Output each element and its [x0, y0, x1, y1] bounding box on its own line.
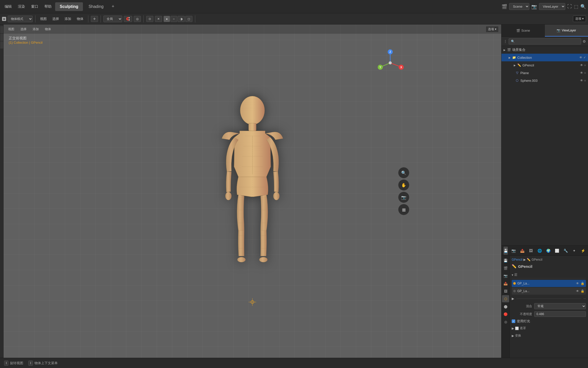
menu-view[interactable]: 视图: [38, 16, 49, 22]
vp-menu-object[interactable]: 物体: [43, 26, 53, 32]
menu-render[interactable]: 渲染: [15, 3, 28, 10]
use-lights-checkbox[interactable]: ✓: [512, 319, 515, 323]
viewport[interactable]: 视图 选择 添加 物体 选项 ▾ 正交前视图 (1) Collection | …: [4, 25, 501, 358]
camera-icon-btn[interactable]: 📷: [398, 192, 409, 203]
side-vis-icon[interactable]: 🔴: [502, 310, 509, 318]
menu-help[interactable]: 帮助: [42, 3, 54, 10]
opacity-value[interactable]: 0.486: [534, 311, 586, 317]
status-key-2: I: [28, 361, 33, 366]
prop-object-icon[interactable]: ⬜: [553, 247, 561, 255]
side-output-icon[interactable]: 📤: [502, 280, 509, 287]
zoom-icon-btn[interactable]: 🔍: [398, 167, 409, 178]
menu-edit[interactable]: 编辑: [2, 3, 14, 10]
layer-item-1[interactable]: GP_La... 👁 🔒: [512, 280, 586, 287]
vp-select-options[interactable]: 选项 ▾: [486, 26, 499, 32]
gpencil-hide-icon[interactable]: ○: [584, 63, 586, 67]
side-anim-icon[interactable]: ◎: [502, 318, 509, 325]
grid-icon-btn[interactable]: ▦: [398, 204, 409, 215]
prop-viewlayer-icon[interactable]: 🖼: [527, 247, 535, 255]
prop-world-icon[interactable]: 🌍: [544, 247, 552, 255]
plane-hide-icon[interactable]: ○: [584, 71, 586, 75]
menu-window[interactable]: 窗口: [29, 3, 41, 10]
tab-scene[interactable]: 🎬 Scene: [501, 25, 545, 37]
layers-section-header[interactable]: ▾ 层: [512, 272, 586, 278]
left-tool-3[interactable]: [0, 41, 3, 49]
side-data-icon[interactable]: ⬡: [502, 295, 509, 302]
side-render-icon[interactable]: 📷: [502, 272, 509, 279]
outliner-filter-icon[interactable]: ⋮: [504, 39, 507, 43]
outliner-content[interactable]: ▶ 🎬 场景集合 ▶ 📁 Collection 👁 ✓ ▶ ✏️: [501, 46, 588, 245]
shading-material-btn[interactable]: ○: [170, 16, 177, 22]
prop-save-icon[interactable]: 💾: [504, 247, 508, 255]
xray-icon[interactable]: ✕: [155, 16, 162, 22]
fullscreen-icon[interactable]: ⛶: [567, 4, 572, 9]
overlay-icon[interactable]: ⊙: [146, 16, 153, 22]
tab-shading[interactable]: Shading: [84, 2, 108, 11]
collection-arrow: ▶: [509, 56, 511, 59]
shading-solid-btn[interactable]: ●: [164, 16, 170, 22]
prop-scene-icon[interactable]: 🌐: [535, 247, 544, 255]
sphere-item[interactable]: ⬡ Sphere.003 👁 ○: [501, 77, 588, 84]
sphere-vis-icon[interactable]: 👁: [580, 79, 583, 82]
snap-magnet-icon[interactable]: 🧲: [124, 16, 132, 22]
vp-menu-add[interactable]: 添加: [31, 26, 41, 32]
breadcrumb-gpencil2: GPencil: [532, 258, 542, 261]
left-tool-2[interactable]: [0, 34, 3, 41]
prop-physics-icon[interactable]: ⚡: [579, 247, 587, 255]
side-viewlayer-icon2[interactable]: 🖼: [502, 288, 509, 295]
viewlayer-selector[interactable]: ViewLayer: [539, 3, 565, 10]
gpencil-restrict-icon[interactable]: 👁: [580, 63, 583, 67]
menu-add[interactable]: 添加: [63, 16, 73, 22]
vp-menu-view[interactable]: 视图: [6, 26, 16, 32]
layer-eye-1[interactable]: 👁: [576, 282, 579, 285]
outliner-settings-icon[interactable]: ⚙: [583, 39, 586, 43]
collection-exclude-icon[interactable]: ✓: [583, 56, 586, 59]
outliner-search-input[interactable]: [509, 38, 581, 44]
left-tool-1[interactable]: [0, 26, 3, 33]
prop-output-icon[interactable]: 📤: [518, 247, 526, 255]
layer-lock-2[interactable]: 🔒: [581, 289, 584, 293]
viewport-options-btn[interactable]: 选项 ▾: [573, 16, 586, 22]
scene-selector[interactable]: Scene: [509, 3, 529, 10]
shading-rendered-btn[interactable]: ◑: [178, 16, 185, 22]
prop-particles-icon[interactable]: ✦: [570, 247, 578, 255]
prop-render-icon[interactable]: 📷: [509, 247, 518, 255]
blend-value-select[interactable]: 常规: [534, 303, 586, 309]
menu-object[interactable]: 物体: [75, 16, 85, 22]
scene-collection-item[interactable]: ▶ 🎬 场景集合: [501, 46, 588, 54]
collection-vis-icon[interactable]: 👁: [579, 56, 582, 59]
sphere-hide-icon[interactable]: ○: [584, 79, 586, 82]
plane-item[interactable]: ▽ Plane 👁 ○: [501, 69, 588, 77]
mask-section[interactable]: ▶ ⬜ 遮罩: [512, 325, 586, 331]
layer-item-2[interactable]: GP_La... 👁 🔒: [512, 288, 586, 295]
gizmo-wrapper[interactable]: Z X Y: [376, 49, 404, 77]
settings-icon[interactable]: ⬚: [574, 4, 578, 9]
tab-add[interactable]: +: [109, 2, 117, 11]
menu-select[interactable]: 选择: [50, 16, 61, 22]
cursor-icon[interactable]: ✛: [91, 16, 98, 22]
svg-point-3: [225, 192, 231, 200]
viewport-selector[interactable]: 全局: [103, 16, 122, 22]
layer-expand-arrow[interactable]: ▶: [512, 297, 514, 301]
breadcrumb-gpencil[interactable]: GPencil: [512, 258, 522, 261]
shading-wireframe-btn[interactable]: ◻: [185, 16, 192, 22]
proportional-icon[interactable]: ◎: [134, 16, 141, 22]
vp-menu-select[interactable]: 选择: [18, 26, 29, 32]
transform-section[interactable]: ▶ 变换: [512, 332, 586, 339]
gpencil-item[interactable]: ▶ ✏️ GPencil 👁 ○: [501, 61, 588, 69]
hand-icon-btn[interactable]: ✋: [398, 179, 409, 191]
plane-vis-icon[interactable]: 👁: [580, 71, 583, 75]
layer-lock-1[interactable]: 🔒: [581, 282, 584, 285]
collection-item[interactable]: ▶ 📁 Collection 👁 ✓: [501, 54, 588, 61]
tab-sculpting[interactable]: Sculpting: [55, 2, 83, 11]
layer-eye-2[interactable]: 👁: [576, 289, 579, 293]
separator-4: [143, 15, 144, 22]
side-material-icon[interactable]: ⬤: [502, 303, 509, 310]
search-icon[interactable]: 🔍: [580, 4, 586, 9]
tab-viewlayer[interactable]: 📷 ViewLayer: [545, 25, 588, 37]
obj-name-text[interactable]: GPencil: [518, 264, 532, 269]
mode-selector[interactable]: 物体模式: [8, 16, 33, 22]
side-save-icon[interactable]: 💾: [502, 257, 509, 264]
prop-modifier-icon[interactable]: 🔧: [561, 247, 570, 255]
side-scene-icon[interactable]: 🎬: [502, 264, 509, 272]
